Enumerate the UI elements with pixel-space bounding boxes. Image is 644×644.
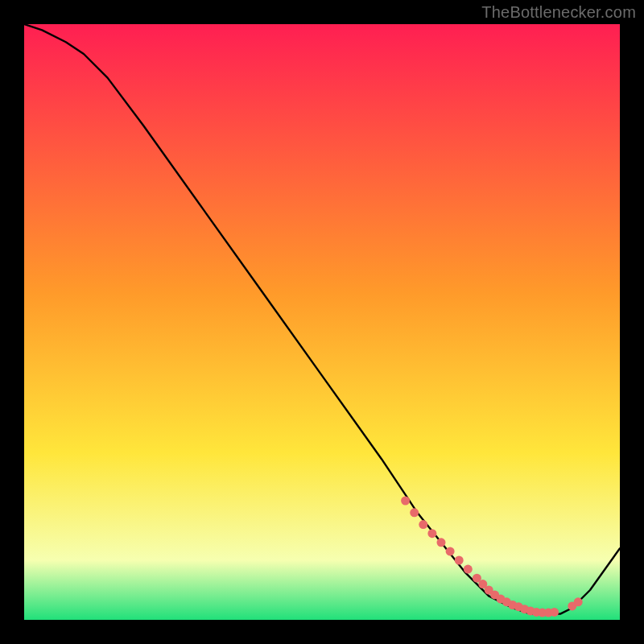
- gradient-background: [24, 24, 620, 620]
- marker-dot: [550, 608, 559, 617]
- marker-dot: [401, 497, 410, 506]
- marker-dot: [427, 529, 436, 538]
- marker-dot: [464, 565, 473, 574]
- marker-dot: [446, 547, 455, 555]
- marker-dot: [455, 556, 464, 565]
- chart-plot-area: [24, 24, 620, 620]
- marker-dot: [437, 538, 446, 547]
- watermark-text: TheBottlenecker.com: [481, 3, 636, 22]
- marker-dot: [410, 508, 419, 517]
- marker-dot: [574, 597, 583, 606]
- marker-dot: [419, 520, 427, 529]
- chart-stage: TheBottlenecker.com: [0, 0, 644, 644]
- chart-svg: [24, 24, 620, 620]
